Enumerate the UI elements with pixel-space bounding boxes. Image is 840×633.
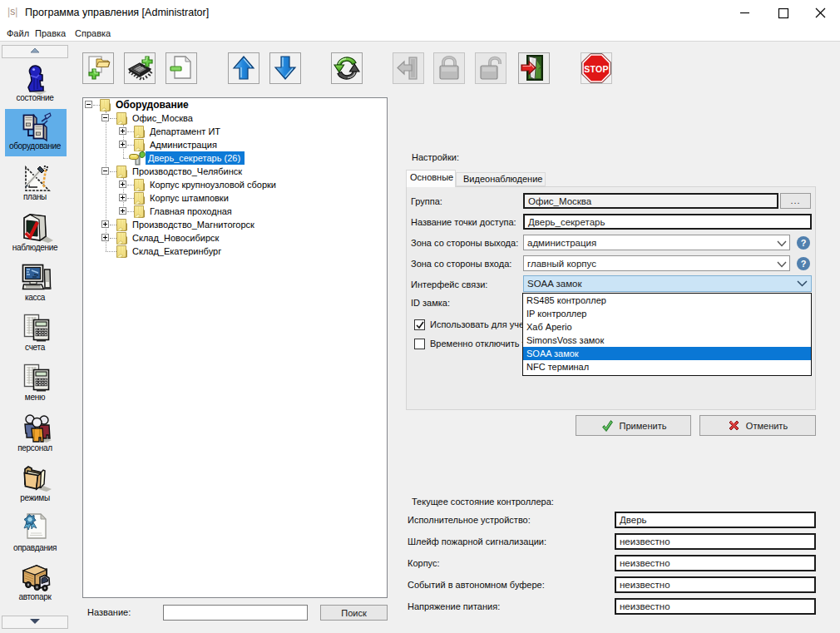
svg-text:STOP: STOP <box>584 64 609 74</box>
